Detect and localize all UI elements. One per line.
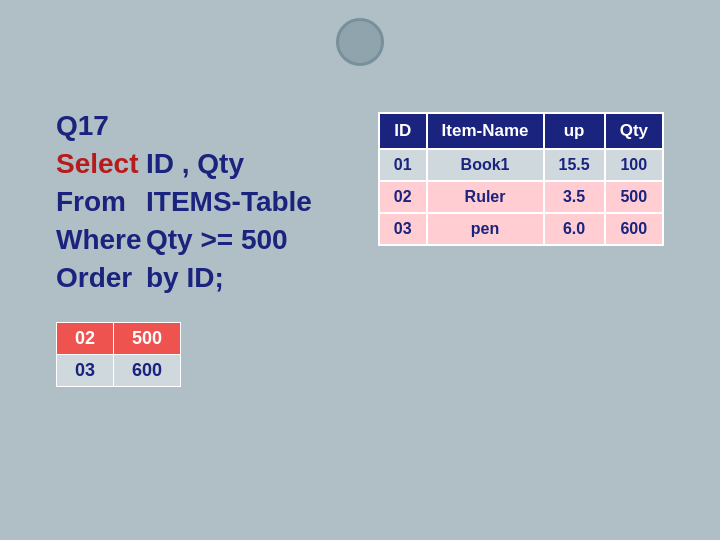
where-value: Qty >= 500 xyxy=(146,224,288,256)
select-keyword: Select xyxy=(56,148,146,180)
select-value: ID , Qty xyxy=(146,148,244,180)
col-header-item-name: Item-Name xyxy=(427,113,544,149)
table-section: IDItem-NameupQty 01Book115.510002Ruler3.… xyxy=(378,110,664,246)
from-line: From ITEMS-Table xyxy=(56,186,338,218)
col-header-qty: Qty xyxy=(605,113,663,149)
order-line: Order by ID; xyxy=(56,262,338,294)
from-value: ITEMS-Table xyxy=(146,186,312,218)
where-line: Where Qty >= 500 xyxy=(56,224,338,256)
where-keyword: Where xyxy=(56,224,146,256)
col-header-up: up xyxy=(544,113,605,149)
order-value: by ID; xyxy=(146,262,224,294)
order-keyword: Order xyxy=(56,262,146,294)
q17-line: Q17 xyxy=(56,110,338,142)
table-row: 01Book115.5100 xyxy=(379,149,663,181)
col-header-id: ID xyxy=(379,113,427,149)
query-section: Q17 Select ID , Qty From ITEMS-Table Whe… xyxy=(56,110,338,387)
main-card: Q17 Select ID , Qty From ITEMS-Table Whe… xyxy=(20,82,700,427)
result-mini-table: 0250003600 xyxy=(56,322,181,387)
data-table: IDItem-NameupQty 01Book115.510002Ruler3.… xyxy=(378,112,664,246)
from-keyword: From xyxy=(56,186,146,218)
select-line: Select ID , Qty xyxy=(56,148,338,180)
table-row: 03pen6.0600 xyxy=(379,213,663,245)
q17-label: Q17 xyxy=(56,110,146,142)
table-row: 02Ruler3.5500 xyxy=(379,181,663,213)
top-circle-decoration xyxy=(336,18,384,66)
